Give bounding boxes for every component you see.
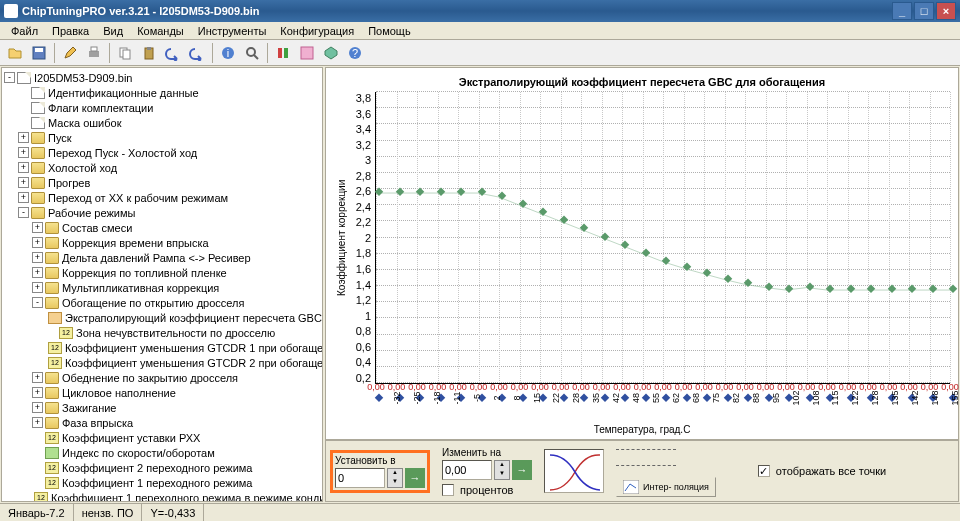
set-value-input[interactable] bbox=[335, 468, 385, 488]
expander-icon[interactable]: + bbox=[32, 222, 43, 233]
tree-item[interactable]: Индекс по скорости/оборотам bbox=[4, 445, 320, 460]
expander-icon[interactable]: + bbox=[32, 282, 43, 293]
tree-item[interactable]: +Коррекция времени впрыска bbox=[4, 235, 320, 250]
expander-icon[interactable]: + bbox=[32, 267, 43, 278]
tree-item[interactable]: Флаги комплектации bbox=[4, 100, 320, 115]
tree-item[interactable]: +Переход от ХХ к рабочим режимам bbox=[4, 190, 320, 205]
tree-item[interactable]: +Дельта давлений Рампа <-> Ресивер bbox=[4, 250, 320, 265]
num-icon: 12 bbox=[45, 432, 59, 444]
open-icon[interactable] bbox=[4, 42, 26, 64]
menu-Файл[interactable]: Файл bbox=[4, 24, 45, 38]
print-icon[interactable] bbox=[83, 42, 105, 64]
tree-item[interactable]: +Фаза впрыска bbox=[4, 415, 320, 430]
menu-Помощь[interactable]: Помощь bbox=[361, 24, 418, 38]
interpolation-button[interactable]: Интер- поляция bbox=[616, 477, 716, 497]
svg-point-10 bbox=[247, 48, 255, 56]
folder-icon bbox=[45, 372, 59, 384]
expander-icon[interactable]: - bbox=[32, 297, 43, 308]
folder-icon bbox=[45, 387, 59, 399]
tree-item[interactable]: +Состав смеси bbox=[4, 220, 320, 235]
paste-icon[interactable] bbox=[138, 42, 160, 64]
expander-icon[interactable]: + bbox=[32, 237, 43, 248]
expander-icon[interactable]: + bbox=[32, 252, 43, 263]
tree-item[interactable]: 12Коэффициент 1 переходного режима bbox=[4, 475, 320, 490]
set-value-spinner[interactable]: ▲▼ bbox=[387, 468, 403, 488]
expander-icon[interactable]: + bbox=[18, 192, 29, 203]
tree-item[interactable]: +Зажигание bbox=[4, 400, 320, 415]
folder-icon bbox=[31, 192, 45, 204]
expander-icon[interactable]: + bbox=[32, 402, 43, 413]
plot-area[interactable]: 0,000,000,000,000,000,000,000,000,000,00… bbox=[375, 92, 950, 384]
copy-icon[interactable] bbox=[114, 42, 136, 64]
maximize-button[interactable]: □ bbox=[914, 2, 934, 20]
toolbar: i ? bbox=[0, 40, 960, 66]
tree-item[interactable]: 12Коэффициент 2 переходного режима bbox=[4, 460, 320, 475]
set-apply-button[interactable]: → bbox=[405, 468, 425, 488]
tree-item[interactable]: Экстраполирующий коэффициент пересчета G… bbox=[4, 310, 320, 325]
show-all-points[interactable]: ✓ отображать все точки bbox=[758, 465, 886, 477]
close-button[interactable]: × bbox=[936, 2, 956, 20]
status-b: нензв. ПО bbox=[74, 504, 143, 521]
svg-rect-7 bbox=[147, 47, 151, 50]
redo-icon[interactable] bbox=[186, 42, 208, 64]
tree-item[interactable]: 12Коэффициент 1 переходного режима в реж… bbox=[4, 490, 320, 502]
expander-icon[interactable]: + bbox=[18, 147, 29, 158]
expander-icon[interactable]: + bbox=[18, 162, 29, 173]
tree-item[interactable]: Маска ошибок bbox=[4, 115, 320, 130]
save-icon[interactable] bbox=[28, 42, 50, 64]
menu-Команды[interactable]: Команды bbox=[130, 24, 191, 38]
menu-Правка[interactable]: Правка bbox=[45, 24, 96, 38]
tree-root[interactable]: -I205DM53-D909.bin bbox=[4, 70, 320, 85]
y-axis-label: Коэффициент коррекции bbox=[334, 92, 349, 384]
tool1-icon[interactable] bbox=[272, 42, 294, 64]
tree-item[interactable]: +Пуск bbox=[4, 130, 320, 145]
tree-item[interactable]: -Обогащение по открытию дросселя bbox=[4, 295, 320, 310]
tree-item[interactable]: +Холостой ход bbox=[4, 160, 320, 175]
change-apply-button[interactable]: → bbox=[512, 460, 532, 480]
menu-Конфигурация[interactable]: Конфигурация bbox=[273, 24, 361, 38]
num-icon: 12 bbox=[45, 462, 59, 474]
tool2-icon[interactable] bbox=[296, 42, 318, 64]
search-icon[interactable] bbox=[241, 42, 263, 64]
minimize-button[interactable]: _ bbox=[892, 2, 912, 20]
expander-icon[interactable]: - bbox=[18, 207, 29, 218]
tree-item[interactable]: +Коррекция по топливной пленке bbox=[4, 265, 320, 280]
expander-icon[interactable]: + bbox=[18, 177, 29, 188]
tree-item[interactable]: Идентификационные данные bbox=[4, 85, 320, 100]
edit-icon[interactable] bbox=[59, 42, 81, 64]
tree-item[interactable]: +Мультипликативная коррекция bbox=[4, 280, 320, 295]
menu-Вид[interactable]: Вид bbox=[96, 24, 130, 38]
statusbar: Январь-7.2 нензв. ПО Y=-0,433 bbox=[0, 503, 960, 521]
change-value-spinner[interactable]: ▲▼ bbox=[494, 460, 510, 480]
tree-item[interactable]: 12Коэффициент уменьшения GTCDR 2 при обо… bbox=[4, 355, 320, 370]
folder-icon bbox=[45, 237, 59, 249]
expander-icon[interactable]: + bbox=[32, 417, 43, 428]
tool3-icon[interactable] bbox=[320, 42, 342, 64]
svg-rect-11 bbox=[278, 48, 282, 58]
svg-text:?: ? bbox=[352, 47, 358, 59]
tree-item[interactable]: +Обеднение по закрытию дросселя bbox=[4, 370, 320, 385]
expander-icon[interactable]: + bbox=[32, 372, 43, 383]
folder-icon bbox=[45, 267, 59, 279]
tree-item[interactable]: +Прогрев bbox=[4, 175, 320, 190]
set-label: Установить в bbox=[335, 455, 425, 466]
tree-item[interactable]: +Переход Пуск - Холостой ход bbox=[4, 145, 320, 160]
curve-preview[interactable] bbox=[544, 449, 604, 493]
tree-item[interactable]: -Рабочие режимы bbox=[4, 205, 320, 220]
percent-label: процентов bbox=[460, 484, 513, 496]
tree-item[interactable]: 12Зона нечувствительности по дросселю bbox=[4, 325, 320, 340]
percent-checkbox[interactable] bbox=[442, 484, 454, 496]
undo-icon[interactable] bbox=[162, 42, 184, 64]
change-value-input[interactable] bbox=[442, 460, 492, 480]
tree-item[interactable]: +Цикловое наполнение bbox=[4, 385, 320, 400]
info-icon[interactable]: i bbox=[217, 42, 239, 64]
tree-item[interactable]: 12Коэффициент уменьшения GTCDR 1 при обо… bbox=[4, 340, 320, 355]
menu-Инструменты[interactable]: Инструменты bbox=[191, 24, 274, 38]
tree-sidebar[interactable]: -I205DM53-D909.binИдентификационные данн… bbox=[1, 67, 323, 502]
expander-icon[interactable]: + bbox=[32, 387, 43, 398]
num-icon: 12 bbox=[59, 327, 73, 339]
help-icon[interactable]: ? bbox=[344, 42, 366, 64]
expander-icon[interactable]: + bbox=[18, 132, 29, 143]
tree-item[interactable]: 12Коэффициент уставки РХХ bbox=[4, 430, 320, 445]
show-all-checkbox[interactable]: ✓ bbox=[758, 465, 770, 477]
